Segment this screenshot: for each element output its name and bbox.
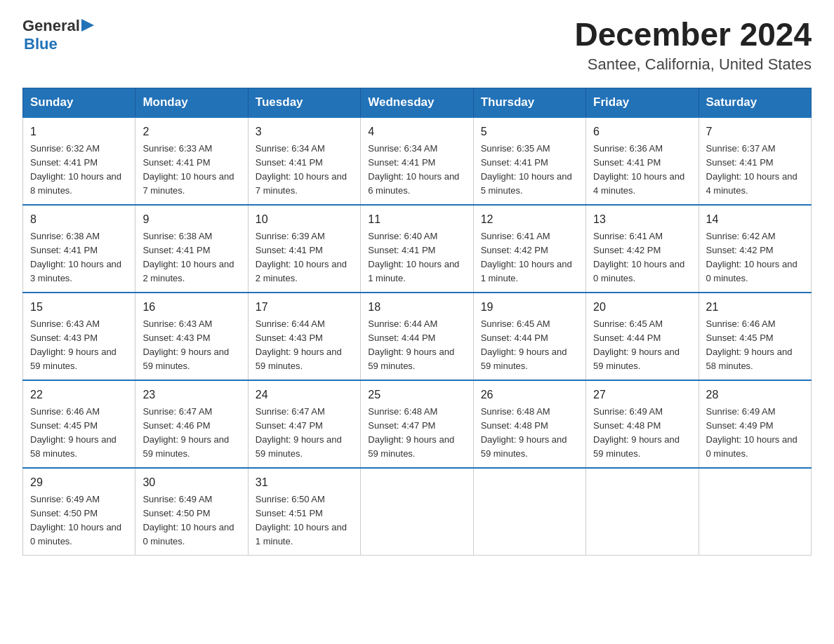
day-info: Sunrise: 6:35 AMSunset: 4:41 PMDaylight:… [481, 143, 572, 196]
header-wednesday: Wednesday [361, 88, 473, 117]
day-number: 12 [481, 211, 578, 228]
svg-marker-0 [81, 19, 94, 32]
header-sunday: Sunday [23, 88, 135, 117]
day-number: 16 [143, 299, 240, 316]
day-number: 15 [30, 299, 128, 316]
day-number: 6 [593, 123, 691, 140]
calendar-cell: 17Sunrise: 6:44 AMSunset: 4:43 PMDayligh… [248, 293, 360, 380]
calendar-cell: 14Sunrise: 6:42 AMSunset: 4:42 PMDayligh… [699, 205, 811, 293]
day-info: Sunrise: 6:45 AMSunset: 4:44 PMDaylight:… [481, 318, 567, 372]
day-info: Sunrise: 6:38 AMSunset: 4:41 PMDaylight:… [143, 231, 234, 284]
calendar-cell: 26Sunrise: 6:48 AMSunset: 4:48 PMDayligh… [473, 380, 585, 468]
day-info: Sunrise: 6:47 AMSunset: 4:47 PMDaylight:… [256, 406, 342, 459]
day-number: 17 [256, 299, 353, 316]
header-tuesday: Tuesday [248, 88, 360, 117]
calendar-cell: 16Sunrise: 6:43 AMSunset: 4:43 PMDayligh… [135, 293, 248, 380]
logo-blue: Blue [24, 35, 94, 53]
calendar-cell [699, 468, 811, 556]
day-number: 11 [368, 211, 465, 228]
day-info: Sunrise: 6:49 AMSunset: 4:50 PMDaylight:… [30, 494, 121, 547]
header-friday: Friday [586, 88, 699, 117]
day-info: Sunrise: 6:48 AMSunset: 4:48 PMDaylight:… [481, 406, 567, 459]
day-info: Sunrise: 6:42 AMSunset: 4:42 PMDaylight:… [706, 231, 797, 284]
calendar-week-1: 1Sunrise: 6:32 AMSunset: 4:41 PMDaylight… [23, 117, 812, 205]
calendar-cell: 25Sunrise: 6:48 AMSunset: 4:47 PMDayligh… [361, 380, 473, 468]
day-number: 10 [256, 211, 353, 228]
calendar-week-3: 15Sunrise: 6:43 AMSunset: 4:43 PMDayligh… [23, 293, 812, 380]
day-info: Sunrise: 6:48 AMSunset: 4:47 PMDaylight:… [368, 406, 454, 459]
calendar-cell: 6Sunrise: 6:36 AMSunset: 4:41 PMDaylight… [586, 117, 699, 205]
day-info: Sunrise: 6:46 AMSunset: 4:45 PMDaylight:… [706, 318, 793, 372]
calendar-cell: 8Sunrise: 6:38 AMSunset: 4:41 PMDaylight… [23, 205, 135, 293]
calendar-cell [586, 468, 699, 556]
day-info: Sunrise: 6:44 AMSunset: 4:44 PMDaylight:… [368, 318, 454, 372]
day-info: Sunrise: 6:37 AMSunset: 4:41 PMDaylight:… [706, 143, 797, 196]
calendar-cell: 7Sunrise: 6:37 AMSunset: 4:41 PMDaylight… [699, 117, 811, 205]
calendar-header-row: SundayMondayTuesdayWednesdayThursdayFrid… [23, 88, 812, 117]
header-thursday: Thursday [473, 88, 585, 117]
day-number: 21 [706, 299, 804, 316]
day-info: Sunrise: 6:49 AMSunset: 4:49 PMDaylight:… [706, 406, 797, 459]
day-number: 8 [30, 211, 128, 228]
day-info: Sunrise: 6:43 AMSunset: 4:43 PMDaylight:… [30, 318, 117, 372]
calendar-week-4: 22Sunrise: 6:46 AMSunset: 4:45 PMDayligh… [23, 380, 812, 468]
day-info: Sunrise: 6:41 AMSunset: 4:42 PMDaylight:… [593, 231, 684, 284]
calendar-cell: 28Sunrise: 6:49 AMSunset: 4:49 PMDayligh… [699, 380, 811, 468]
day-info: Sunrise: 6:46 AMSunset: 4:45 PMDaylight:… [30, 406, 117, 459]
header-saturday: Saturday [699, 88, 811, 117]
page-header: General Blue December 2024 Santee, Calif… [22, 17, 812, 74]
day-number: 9 [143, 211, 240, 228]
day-number: 29 [30, 474, 128, 491]
day-info: Sunrise: 6:33 AMSunset: 4:41 PMDaylight:… [143, 143, 234, 196]
day-number: 1 [30, 123, 128, 140]
calendar-cell: 3Sunrise: 6:34 AMSunset: 4:41 PMDaylight… [248, 117, 360, 205]
header-monday: Monday [135, 88, 248, 117]
calendar-title: December 2024 [574, 17, 812, 53]
day-number: 14 [706, 211, 804, 228]
day-info: Sunrise: 6:38 AMSunset: 4:41 PMDaylight:… [30, 231, 121, 284]
day-number: 31 [256, 474, 353, 491]
calendar-cell: 27Sunrise: 6:49 AMSunset: 4:48 PMDayligh… [586, 380, 699, 468]
calendar-cell [473, 468, 585, 556]
calendar-cell: 31Sunrise: 6:50 AMSunset: 4:51 PMDayligh… [248, 468, 360, 556]
day-number: 2 [143, 123, 240, 140]
calendar-cell: 1Sunrise: 6:32 AMSunset: 4:41 PMDaylight… [23, 117, 135, 205]
day-info: Sunrise: 6:47 AMSunset: 4:46 PMDaylight:… [143, 406, 229, 459]
day-info: Sunrise: 6:34 AMSunset: 4:41 PMDaylight:… [256, 143, 347, 196]
calendar-week-5: 29Sunrise: 6:49 AMSunset: 4:50 PMDayligh… [23, 468, 812, 556]
title-block: December 2024 Santee, California, United… [574, 17, 812, 74]
logo-arrow-icon [81, 19, 94, 32]
calendar-cell: 29Sunrise: 6:49 AMSunset: 4:50 PMDayligh… [23, 468, 135, 556]
calendar-cell: 24Sunrise: 6:47 AMSunset: 4:47 PMDayligh… [248, 380, 360, 468]
day-number: 19 [481, 299, 578, 316]
day-info: Sunrise: 6:40 AMSunset: 4:41 PMDaylight:… [368, 231, 459, 284]
calendar-cell: 18Sunrise: 6:44 AMSunset: 4:44 PMDayligh… [361, 293, 473, 380]
calendar-cell: 19Sunrise: 6:45 AMSunset: 4:44 PMDayligh… [473, 293, 585, 380]
day-info: Sunrise: 6:44 AMSunset: 4:43 PMDaylight:… [256, 318, 342, 372]
day-number: 3 [256, 123, 353, 140]
calendar-cell: 12Sunrise: 6:41 AMSunset: 4:42 PMDayligh… [473, 205, 585, 293]
day-number: 22 [30, 387, 128, 403]
day-info: Sunrise: 6:39 AMSunset: 4:41 PMDaylight:… [256, 231, 347, 284]
day-number: 30 [143, 474, 240, 491]
calendar-subtitle: Santee, California, United States [574, 55, 812, 74]
calendar-cell: 9Sunrise: 6:38 AMSunset: 4:41 PMDaylight… [135, 205, 248, 293]
day-info: Sunrise: 6:49 AMSunset: 4:50 PMDaylight:… [143, 494, 234, 547]
calendar-cell [361, 468, 473, 556]
calendar-cell: 15Sunrise: 6:43 AMSunset: 4:43 PMDayligh… [23, 293, 135, 380]
day-info: Sunrise: 6:41 AMSunset: 4:42 PMDaylight:… [481, 231, 572, 284]
calendar-cell: 13Sunrise: 6:41 AMSunset: 4:42 PMDayligh… [586, 205, 699, 293]
calendar-cell: 11Sunrise: 6:40 AMSunset: 4:41 PMDayligh… [361, 205, 473, 293]
day-number: 28 [706, 387, 804, 403]
day-number: 23 [143, 387, 240, 403]
calendar-cell: 23Sunrise: 6:47 AMSunset: 4:46 PMDayligh… [135, 380, 248, 468]
logo: General Blue [22, 17, 94, 53]
day-number: 24 [256, 387, 353, 403]
day-info: Sunrise: 6:49 AMSunset: 4:48 PMDaylight:… [593, 406, 680, 459]
day-info: Sunrise: 6:43 AMSunset: 4:43 PMDaylight:… [143, 318, 229, 372]
day-number: 5 [481, 123, 578, 140]
calendar-week-2: 8Sunrise: 6:38 AMSunset: 4:41 PMDaylight… [23, 205, 812, 293]
day-info: Sunrise: 6:36 AMSunset: 4:41 PMDaylight:… [593, 143, 684, 196]
day-info: Sunrise: 6:50 AMSunset: 4:51 PMDaylight:… [256, 494, 347, 547]
day-number: 13 [593, 211, 691, 228]
